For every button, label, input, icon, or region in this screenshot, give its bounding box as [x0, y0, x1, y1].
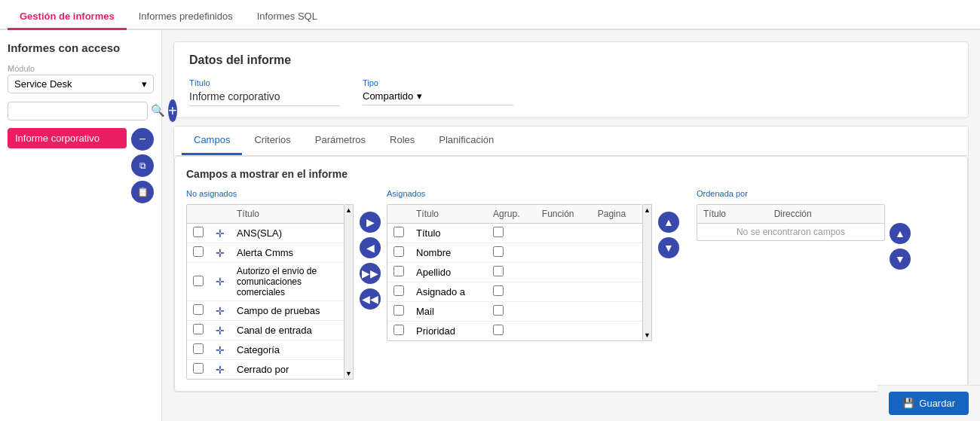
ordered-col-direccion: Dirección [768, 205, 869, 224]
tab-parametros[interactable]: Parámetros [303, 127, 378, 155]
scroll-up-icon[interactable]: ▲ [642, 205, 652, 215]
info-fields: Título Informe corporativo Tipo Comparti… [189, 78, 953, 106]
assigned-row-1: Nombre [410, 243, 487, 263]
table-row: Prioridad [387, 322, 642, 341]
row-checkbox[interactable] [493, 325, 504, 335]
row-checkbox[interactable] [193, 363, 204, 374]
row-checkbox[interactable] [193, 227, 204, 237]
drag-icon: ✛ [216, 276, 225, 288]
row-checkbox[interactable] [193, 276, 204, 286]
table-row: Asignado a [387, 282, 642, 302]
tab-gestion[interactable]: Gestión de informes [8, 5, 127, 30]
tab-planificacion[interactable]: Planificación [427, 127, 506, 155]
type-field-value: Compartido [363, 90, 413, 102]
drag-icon: ✛ [216, 364, 225, 376]
assigned-row-2: Apellido [410, 263, 487, 282]
tab-campos[interactable]: Campos [182, 127, 242, 155]
assigned-scrollbar: ▲ ▼ [643, 204, 652, 341]
scroll-down-icon[interactable]: ▼ [344, 368, 354, 379]
move-up-button[interactable]: ▲ [658, 212, 679, 233]
table-row: ✛ Autorizo el envío de comunicaciones co… [187, 263, 344, 301]
title-field-label: Título [189, 78, 340, 87]
fields-section-title: Campos a mostrar en el informe [186, 168, 956, 180]
move-right-button[interactable]: ▶ [360, 212, 381, 233]
type-field-group: Tipo Compartido ▾ [363, 78, 513, 106]
ordered-up-button[interactable]: ▲ [890, 223, 911, 244]
unassigned-scrollbar: ▲ ▼ [345, 204, 354, 380]
drag-icon: ✛ [216, 247, 225, 259]
tab-criterios[interactable]: Criterios [242, 127, 302, 155]
assigned-row-0: Título [410, 224, 487, 243]
assigned-col-titulo: Título [410, 205, 487, 224]
row-checkbox[interactable] [394, 285, 404, 296]
copy-button[interactable]: ⧉ [131, 154, 154, 177]
row-checkbox[interactable] [193, 304, 204, 315]
row-checkbox[interactable] [394, 325, 404, 335]
assigned-col: Asignados Título Agrup. Fu [387, 189, 652, 341]
add-button[interactable]: + [168, 99, 177, 122]
assigned-table: Título Agrup. Función Pagina [387, 204, 643, 341]
table-row: ✛ Cerrado por [187, 360, 344, 380]
content-area: Datos del informe Título Informe corpora… [162, 30, 980, 421]
title-field-value[interactable]: Informe corporativo [189, 90, 340, 106]
selected-report-item[interactable]: Informe corporativo [8, 128, 127, 148]
info-card-title: Datos del informe [189, 53, 953, 67]
move-all-right-button[interactable]: ▶▶ [360, 263, 381, 284]
type-field-select[interactable]: Compartido ▾ [363, 90, 513, 105]
table-row: ✛ Campo de pruebas [187, 301, 344, 321]
save-button[interactable]: 💾 Guardar [889, 392, 969, 415]
type-field-label: Tipo [363, 78, 513, 87]
save-icon: 💾 [902, 398, 914, 409]
table-row: Título [387, 224, 642, 243]
unassigned-table: Título ✛ ANS(SLA) [186, 204, 345, 380]
row-checkbox[interactable] [394, 227, 404, 237]
scroll-up-icon[interactable]: ▲ [344, 205, 354, 215]
move-all-left-button[interactable]: ◀◀ [360, 288, 381, 310]
transfer-buttons-left: ▶ ◀ ▶▶ ◀◀ [354, 212, 387, 310]
row-checkbox[interactable] [493, 246, 504, 257]
scroll-down-icon[interactable]: ▼ [642, 330, 652, 340]
transfer-buttons-right: ▲ ▼ [652, 212, 685, 258]
drag-icon: ✛ [216, 344, 225, 356]
unassigned-row-1: Alerta Cmms [231, 243, 344, 263]
row-checkbox[interactable] [394, 246, 404, 257]
main-layout: Informes con acceso Módulo Service Desk … [0, 30, 980, 421]
remove-button[interactable]: − [131, 128, 154, 151]
title-field-group: Título Informe corporativo [189, 78, 340, 106]
paste-button[interactable]: 📋 [131, 181, 154, 203]
chevron-down-icon: ▾ [142, 78, 147, 90]
row-checkbox[interactable] [193, 343, 204, 354]
row-checkbox[interactable] [394, 305, 404, 316]
row-checkbox[interactable] [394, 266, 404, 276]
move-left-button[interactable]: ◀ [360, 237, 381, 258]
unassigned-col-titulo: Título [231, 205, 344, 224]
ordered-table: Título Dirección No se encontraron campo… [697, 204, 885, 241]
tab-sql[interactable]: Informes SQL [245, 5, 329, 30]
row-checkbox[interactable] [493, 227, 504, 237]
table-row: Nombre [387, 243, 642, 263]
ordered-nav-buttons: ▲ ▼ [890, 204, 911, 270]
unassigned-row-0: ANS(SLA) [231, 224, 344, 243]
ordered-down-button[interactable]: ▼ [890, 249, 911, 270]
move-down-button[interactable]: ▼ [658, 237, 679, 258]
search-button[interactable]: 🔍 [151, 104, 165, 117]
assigned-row-5: Prioridad [410, 322, 487, 341]
module-select[interactable]: Service Desk ▾ [8, 75, 154, 93]
row-checkbox[interactable] [493, 305, 504, 316]
row-checkbox[interactable] [193, 324, 204, 334]
type-chevron-icon: ▾ [417, 90, 422, 102]
assigned-col-pagina: Pagina [592, 205, 642, 224]
row-checkbox[interactable] [493, 266, 504, 276]
drag-icon: ✛ [216, 305, 225, 317]
row-checkbox[interactable] [193, 246, 204, 257]
save-label: Guardar [919, 398, 955, 409]
fields-section: Campos a mostrar en el informe No asigna… [174, 156, 968, 392]
tab-roles[interactable]: Roles [378, 127, 427, 155]
unassigned-row-5: Categoría [231, 340, 344, 360]
sub-tabs-row: Campos Criterios Parámetros Roles Planif… [174, 127, 968, 156]
tab-predefinidos[interactable]: Informes predefinidos [127, 5, 245, 30]
search-input[interactable] [8, 102, 148, 121]
table-row: ✛ ANS(SLA) [187, 224, 344, 243]
table-row: Apellido [387, 263, 642, 282]
row-checkbox[interactable] [493, 285, 504, 296]
